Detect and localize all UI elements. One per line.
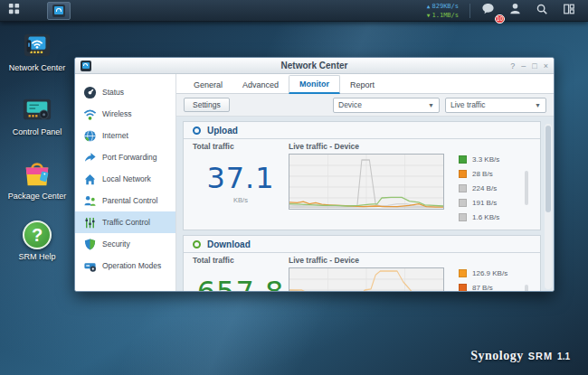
wifi-icon: [83, 108, 97, 121]
legend-swatch: [459, 269, 467, 277]
legend-swatch: [459, 199, 467, 207]
tab-advanced[interactable]: Advanced: [232, 77, 289, 93]
legend-swatch: [459, 284, 467, 292]
search-icon: [536, 3, 548, 19]
legend-row: ianchen 87 B/s: [459, 280, 520, 292]
network-center-mini-icon: [52, 5, 65, 17]
help-question-icon: ?: [23, 220, 52, 249]
person-icon: [508, 2, 522, 19]
desktop-icon-label: Control Panel: [7, 127, 67, 136]
desktop-icon-label: Network Center: [7, 63, 67, 72]
sidebar-item-local-network[interactable]: Local Network: [75, 168, 175, 190]
package-center-icon: [22, 158, 52, 189]
settings-button[interactable]: Settings: [184, 98, 230, 112]
synology-logo: Synology: [470, 349, 523, 363]
shield-icon: [83, 238, 97, 251]
sidebar-item-port-forwarding[interactable]: Port Forwarding: [75, 146, 175, 168]
apps-grid-icon: [7, 2, 21, 19]
device-dropdown[interactable]: Device ▼: [333, 98, 440, 113]
legend-scrollbar[interactable]: [525, 285, 528, 292]
monitor-toolbar: Settings Device ▼ Live traffic ▼: [176, 94, 554, 117]
notifications-button[interactable]: 10: [474, 0, 501, 22]
product-version: 1.1: [557, 352, 570, 361]
desktop-icon-package-center[interactable]: Package Center: [7, 158, 67, 201]
download-legend: benchang 126.9 KB/s ianchen 87 B/s YUCHU…: [459, 256, 531, 292]
legend-row: YUCHUANGUO 224 B/s: [459, 181, 520, 195]
download-panel: Download Total traffic 657.8 KB/s Live t…: [183, 235, 541, 292]
sidebar-item-security[interactable]: Security: [75, 233, 175, 255]
download-bullet-icon: [193, 240, 201, 248]
download-arrow-icon: ▼: [427, 12, 431, 18]
window-titlebar[interactable]: Network Center ? – □ ×: [75, 58, 554, 74]
legend-row: NDLABPC 1.6 KB/s: [459, 210, 520, 224]
tab-report[interactable]: Report: [340, 77, 384, 93]
taskbar: ▲829KB/s ▼1.1MB/s 10: [0, 0, 588, 22]
notification-badge: 10: [495, 14, 505, 23]
control-panel-icon: [22, 94, 52, 125]
desktop-icon-label: SRM Help: [7, 252, 67, 261]
legend-row: ianchen 28 B/s: [459, 166, 520, 181]
legend-swatch: [459, 213, 467, 221]
window-title: Network Center: [75, 61, 554, 70]
upload-panel: Upload Total traffic 37.1 KB/s Live traf…: [183, 121, 541, 230]
home-icon: [83, 173, 97, 186]
main-menu-button[interactable]: [0, 0, 27, 22]
taskbar-download-rate: 1.1MB/s: [432, 12, 459, 19]
download-live-chart: [289, 267, 444, 292]
scrollbar-thumb[interactable]: [545, 126, 551, 212]
upload-total-value: 37.1: [193, 161, 289, 195]
download-chart-title: Live traffic - Device: [289, 256, 444, 265]
chevron-down-icon: ▼: [428, 102, 434, 108]
tab-monitor[interactable]: Monitor: [289, 75, 340, 94]
pilot-view-button[interactable]: [555, 0, 583, 22]
desktop-icon-srm-help[interactable]: ? SRM Help: [7, 220, 67, 261]
upload-title: Upload: [207, 126, 238, 136]
sidebar-item-wireless[interactable]: Wireless: [75, 103, 175, 125]
sidebar-item-operation-modes[interactable]: Operation Modes: [75, 255, 175, 277]
help-button[interactable]: ?: [510, 60, 515, 72]
chat-bubble-icon: [481, 2, 495, 19]
traffic-mode-dropdown[interactable]: Live traffic ▼: [445, 98, 546, 113]
operation-modes-icon: [83, 259, 97, 273]
sidebar-item-parental-control[interactable]: Parental Control: [75, 190, 175, 211]
user-menu-button[interactable]: [501, 0, 528, 22]
sidebar-item-traffic-control[interactable]: Traffic Control: [75, 211, 175, 233]
upload-legend: benchang 3.3 KB/s ianchen 28 B/s YUCHUAN…: [459, 142, 531, 224]
content-scrollbar[interactable]: [545, 124, 552, 289]
globe-icon: [83, 129, 97, 143]
legend-swatch: [459, 184, 467, 192]
search-button[interactable]: [528, 0, 555, 22]
download-total-value: 657.8: [193, 275, 289, 292]
forward-arrow-icon: [83, 151, 97, 164]
upload-bullet-icon: [193, 127, 201, 135]
sidebar: Status Wireless Internet Port Forwarding…: [75, 74, 176, 292]
upload-total-label: Total traffic: [193, 142, 289, 151]
sidebar-item-status[interactable]: Status: [75, 81, 175, 103]
close-button[interactable]: ×: [544, 60, 548, 72]
tab-bar: General Advanced Monitor Report: [176, 74, 554, 94]
taskbar-app-network-center[interactable]: [47, 2, 71, 20]
tab-general[interactable]: General: [184, 77, 232, 93]
desktop-icon-network-center[interactable]: Network Center: [7, 30, 67, 72]
taskbar-upload-rate: 829KB/s: [432, 3, 459, 10]
taskbar-separator: [469, 4, 470, 18]
upload-chart-title: Live traffic - Device: [289, 142, 444, 151]
legend-row: HANS-SYNOLNX 191 B/s: [459, 195, 520, 210]
parental-users-icon: [83, 194, 97, 208]
desktop-icon-label: Package Center: [7, 192, 67, 201]
upload-total-unit: KB/s: [193, 196, 289, 204]
sidebar-item-internet[interactable]: Internet: [75, 125, 175, 146]
maximize-button[interactable]: □: [532, 60, 536, 72]
srm-branding: Synology SRM 1.1: [470, 349, 570, 363]
desktop-icon-control-panel[interactable]: Control Panel: [7, 94, 67, 136]
legend-swatch: [459, 170, 467, 178]
monitor-content: Upload Total traffic 37.1 KB/s Live traf…: [176, 117, 554, 292]
download-title: Download: [207, 239, 251, 249]
minimize-button[interactable]: –: [521, 60, 526, 72]
gauge-icon: [83, 86, 97, 99]
legend-row: benchang 3.3 KB/s: [459, 152, 520, 166]
legend-scrollbar[interactable]: [525, 171, 528, 205]
product-name: SRM: [528, 351, 553, 361]
upload-live-chart: [289, 154, 444, 210]
equalizer-icon: [83, 216, 97, 230]
